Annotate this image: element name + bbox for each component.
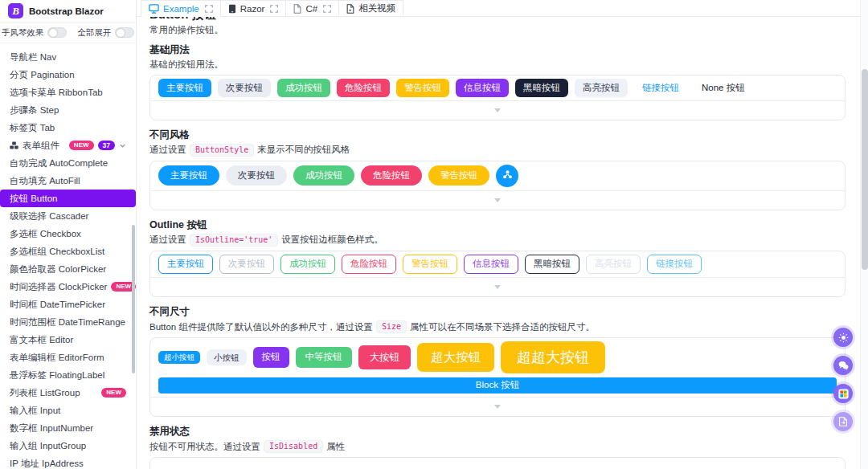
chat-icon bbox=[838, 361, 849, 370]
demo-button-success[interactable]: 成功按钮 bbox=[293, 165, 354, 186]
demo-button-success-outline[interactable]: 成功按钮 bbox=[280, 255, 335, 275]
sidebar-item-autocomplete[interactable]: 自动完成 AutoComplete bbox=[0, 154, 136, 172]
sidebar-item-editorform[interactable]: 表单编辑框 EditorForm bbox=[0, 349, 136, 366]
tab-bar: ExampleRazorC#相关视频 bbox=[137, 0, 868, 17]
sidebar-item-checkbox[interactable]: 多选框 Checkbox bbox=[0, 225, 136, 243]
collapse-bar[interactable] bbox=[150, 397, 845, 416]
demo-button-danger[interactable]: 危险按钮 bbox=[361, 165, 422, 186]
tab-c#[interactable]: C# bbox=[286, 0, 339, 16]
collapse-bar[interactable] bbox=[150, 100, 845, 120]
sidebar-item-checkboxlist[interactable]: 多选框组 CheckboxList bbox=[0, 243, 136, 260]
expand-icon[interactable] bbox=[270, 5, 278, 13]
demo-button-light[interactable]: 高亮按钮 bbox=[575, 79, 628, 97]
demo-button-info-df[interactable]: 按钮 bbox=[253, 347, 289, 368]
sidebar-item-label: 表单编辑框 EditorForm bbox=[10, 352, 104, 364]
demo-button-dark[interactable]: 黑暗按钮 bbox=[515, 79, 568, 97]
expand-icon[interactable] bbox=[205, 5, 213, 13]
demo-button-light-sm[interactable]: 小按钮 bbox=[207, 349, 247, 366]
demo-button-info-outline[interactable]: 信息按钮 bbox=[464, 255, 518, 275]
display-icon bbox=[149, 4, 159, 14]
collapse-bar[interactable] bbox=[150, 277, 845, 296]
demo-button-primary[interactable]: 主要按钮 bbox=[158, 79, 211, 97]
demo-button-warning-xl[interactable]: 超大按钮 bbox=[417, 343, 494, 372]
sidebar-item-pagination[interactable]: 分页 Pagination bbox=[0, 66, 136, 84]
collapse-bar[interactable] bbox=[150, 190, 845, 210]
sidebar-item-nav[interactable]: 导航栏 Nav bbox=[0, 48, 136, 66]
sidebar-item-colorpicker[interactable]: 颜色拾取器 ColorPicker bbox=[0, 260, 136, 278]
desc-text: 基础的按钮用法。 bbox=[149, 59, 223, 71]
sidebar-item-ribbontab[interactable]: 选项卡菜单 RibbonTab bbox=[0, 84, 136, 101]
demo-button-primary-outline[interactable]: 主要按钮 bbox=[158, 255, 213, 275]
desc-text: 按钮不可用状态。通过设置 bbox=[149, 441, 260, 453]
demo-button-danger-lg[interactable]: 大按钮 bbox=[358, 345, 411, 369]
accordion-toggle[interactable]: 手风琴效果 bbox=[2, 27, 68, 39]
export-button[interactable] bbox=[833, 412, 853, 431]
demo-button-secondary[interactable]: 次要按钮 bbox=[218, 79, 271, 97]
chat-button[interactable] bbox=[833, 356, 853, 375]
sidebar-item-datetimepicker[interactable]: 时间框 DateTimePicker bbox=[0, 296, 136, 313]
circle-share-button[interactable] bbox=[496, 165, 518, 187]
expand-icon[interactable] bbox=[323, 5, 331, 13]
demo-button-dark-outline[interactable]: 黑暗按钮 bbox=[525, 255, 579, 275]
sidebar-item-floatinglabel[interactable]: 悬浮标签 FloatingLabel bbox=[0, 366, 136, 384]
demo-card-outline: 主要按钮次要按钮成功按钮危险按钮警告按钮信息按钮黑暗按钮高亮按钮链接按钮 bbox=[149, 251, 845, 298]
demo-button-secondary-outline[interactable]: 次要按钮 bbox=[219, 255, 274, 275]
section-title-style: 不同风格 bbox=[149, 129, 845, 141]
sidebar-item-autofill[interactable]: 自动填充 AutoFill bbox=[0, 172, 136, 190]
sidebar-item-datetimerange[interactable]: 时间范围框 DateTimeRange bbox=[0, 313, 136, 331]
demo-button-link[interactable]: 链接按钮 bbox=[634, 79, 687, 97]
main-scrollbar[interactable] bbox=[860, 0, 868, 469]
demo-button-success[interactable]: 成功按钮 bbox=[277, 79, 330, 97]
expand-all-toggle[interactable]: 全部展开 bbox=[77, 27, 134, 39]
sidebar-item-label: 输入框 Input bbox=[10, 405, 60, 417]
sidebar-item-listgroup[interactable]: 列表框 ListGroupNEW bbox=[0, 384, 136, 402]
sidebar-item-button[interactable]: 按钮 Button bbox=[0, 190, 136, 207]
section-desc-disabled: 按钮不可用状态。通过设置IsDisabled属性 bbox=[149, 440, 845, 453]
demo-button-warning[interactable]: 警告按钮 bbox=[428, 165, 489, 186]
demo-button-danger-outline[interactable]: 危险按钮 bbox=[342, 255, 396, 275]
chevron-down-icon bbox=[494, 285, 501, 289]
sidebar-item-label: 标签页 Tab bbox=[10, 122, 55, 134]
brand-title[interactable]: Bootstrap Blazor bbox=[29, 6, 104, 16]
expand-all-switch[interactable] bbox=[115, 27, 134, 38]
demo-button-link-outline[interactable]: 链接按钮 bbox=[647, 255, 702, 275]
sidebar-item-label: 时间范围框 DateTimeRange bbox=[10, 316, 125, 328]
tab-example[interactable]: Example bbox=[141, 0, 221, 16]
sidebar-item-input[interactable]: 输入框 Input bbox=[0, 402, 136, 419]
demo-button-secondary[interactable]: 次要按钮 bbox=[226, 165, 287, 186]
demo-button-info[interactable]: 信息按钮 bbox=[456, 79, 509, 97]
sidebar-item-item[interactable]: 表单组件NEW37 bbox=[0, 137, 136, 154]
demo-button-warning[interactable]: 警告按钮 bbox=[396, 79, 449, 97]
block-button[interactable]: Block 按钮 bbox=[158, 377, 837, 394]
demo-button-primary[interactable]: 主要按钮 bbox=[158, 165, 219, 186]
demo-button-warning-xxl[interactable]: 超超大按钮 bbox=[501, 341, 605, 373]
demo-button-primary-xs[interactable]: 超小按钮 bbox=[158, 351, 200, 365]
demo-button-danger[interactable]: 危险按钮 bbox=[337, 79, 390, 97]
tab-item[interactable]: 相关视频 bbox=[339, 0, 403, 16]
tab-label: Example bbox=[163, 4, 199, 14]
demo-button-none[interactable]: None 按钮 bbox=[694, 79, 753, 97]
sidebar-item-inputgroup[interactable]: 输入组 InputGroup bbox=[0, 437, 136, 455]
sidebar-item-clockpicker[interactable]: 时间选择器 ClockPickerNEW bbox=[0, 278, 136, 296]
sidebar-item-cascader[interactable]: 级联选择 Cascader bbox=[0, 207, 136, 225]
sidebar-item-tab[interactable]: 标签页 Tab bbox=[0, 119, 136, 137]
brand-logo-icon[interactable]: B bbox=[8, 3, 23, 18]
sidebar-scrollbar[interactable] bbox=[132, 225, 135, 373]
accordion-switch[interactable] bbox=[47, 27, 67, 38]
apps-button[interactable] bbox=[833, 384, 853, 403]
sidebar-item-ip-ipaddress[interactable]: IP 地址 IpAddress bbox=[0, 455, 136, 469]
sidebar-item-label: 时间框 DateTimePicker bbox=[10, 299, 105, 311]
count-badge: 37 bbox=[98, 141, 115, 151]
sidebar-item-inputnumber[interactable]: 数字框 InputNumber bbox=[0, 419, 136, 437]
tab-razor[interactable]: Razor bbox=[221, 0, 287, 16]
main-scrollbar-thumb[interactable] bbox=[862, 69, 868, 270]
apps-grid-icon bbox=[838, 389, 849, 399]
demo-button-success-md[interactable]: 中等按钮 bbox=[296, 347, 352, 369]
demo-button-light-outline[interactable]: 高亮按钮 bbox=[586, 255, 641, 275]
code-chip: Size bbox=[376, 320, 407, 333]
demo-button-warning-outline[interactable]: 警告按钮 bbox=[403, 255, 457, 275]
sidebar-item-editor[interactable]: 富文本框 Editor bbox=[0, 331, 136, 349]
sidebar-item-step[interactable]: 步骤条 Step bbox=[0, 101, 136, 119]
theme-button[interactable] bbox=[833, 328, 853, 347]
sidebar-nav: 导航栏 Nav分页 Pagination选项卡菜单 RibbonTab步骤条 S… bbox=[0, 43, 136, 469]
